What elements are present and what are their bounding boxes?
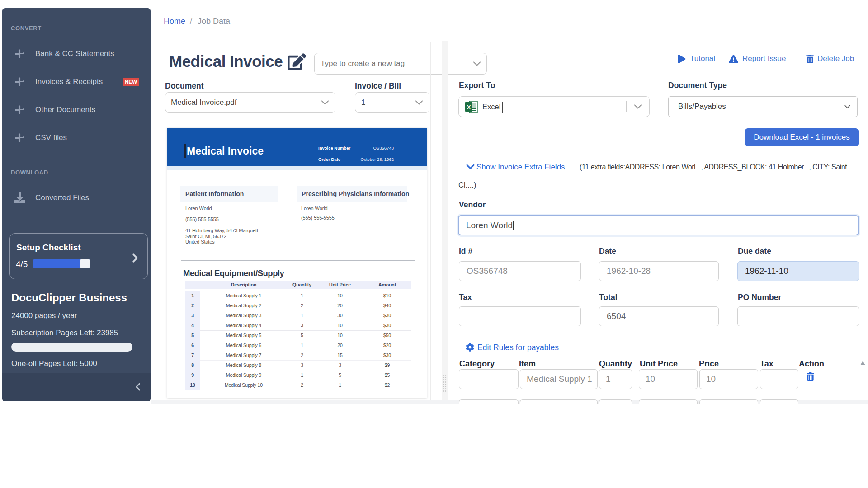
svg-text:X: X — [467, 104, 471, 111]
